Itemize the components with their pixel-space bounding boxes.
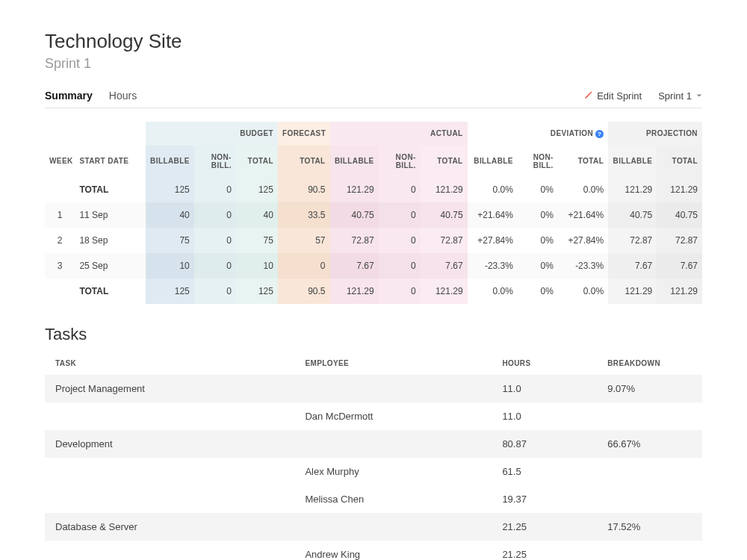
- group-forecast: FORECAST: [278, 122, 330, 146]
- cell-task: [45, 485, 294, 513]
- cell-breakdown: 17.52%: [597, 513, 702, 541]
- task-employee-row: Alex Murphy61.5: [45, 458, 702, 485]
- col-budget-total: TOTAL: [236, 146, 278, 177]
- cell-breakdown: 9.07%: [597, 375, 702, 402]
- cell-dev-billable: +21.64%: [468, 202, 518, 228]
- table-row: 325 Sep1001007.6707.67-23.3%0%-23.3%7.67…: [45, 253, 702, 279]
- cell-dev-billable: +27.84%: [468, 228, 518, 253]
- cell-dev-total: +21.64%: [558, 202, 608, 228]
- cell-dev-nonbill: 0%: [518, 228, 558, 253]
- cell-employee: [294, 513, 492, 541]
- column-header-row: WEEK START DATE BILLABLE NON-BILL. TOTAL…: [45, 146, 702, 177]
- cell-hours: 61.5: [492, 458, 597, 485]
- cell-budget-nonbill: 0: [194, 279, 236, 304]
- cell-hours: 19.37: [492, 485, 597, 513]
- task-employee-row: Dan McDermott11.0: [45, 402, 702, 430]
- cell-dev-billable: 0.0%: [468, 279, 518, 304]
- cell-task: Project Management: [45, 375, 294, 402]
- col-dev-nonbill: NON-BILL.: [518, 146, 558, 177]
- cell-start-date: TOTAL: [75, 177, 145, 202]
- cell-breakdown: 66.67%: [597, 430, 702, 458]
- cell-forecast-total: 33.5: [278, 202, 330, 228]
- col-dev-total: TOTAL: [558, 146, 608, 177]
- cell-task: Database & Server: [45, 513, 294, 541]
- tasks-header-row: TASK EMPLOYEE HOURS BREAKDOWN: [45, 352, 702, 375]
- cell-start-date: 11 Sep: [75, 202, 145, 228]
- cell-proj-total: 121.29: [657, 279, 702, 304]
- cell-employee: [294, 375, 492, 402]
- task-group-row: Project Management11.09.07%: [45, 375, 702, 402]
- cell-dev-nonbill: 0%: [518, 202, 558, 228]
- tab-hours[interactable]: Hours: [109, 90, 137, 102]
- hours-table: BUDGET FORECAST ACTUAL DEVIATION? PROJEC…: [45, 122, 702, 304]
- edit-sprint-label: Edit Sprint: [597, 90, 642, 102]
- cell-hours: 21.25: [492, 541, 597, 560]
- cell-forecast-total: 0: [278, 253, 330, 279]
- cell-breakdown: [597, 541, 702, 560]
- cell-proj-total: 7.67: [657, 253, 702, 279]
- chevron-down-icon: [696, 93, 702, 99]
- table-row: TOTAL125012590.5121.290121.290.0%0%0.0%1…: [45, 177, 702, 202]
- task-employee-row: Andrew King21.25: [45, 541, 702, 560]
- cell-budget-nonbill: 0: [194, 253, 236, 279]
- tab-summary[interactable]: Summary: [45, 90, 93, 102]
- cell-budget-total: 125: [236, 279, 278, 304]
- cell-budget-billable: 10: [146, 253, 194, 279]
- sprint-selector-label: Sprint 1: [658, 90, 692, 102]
- col-forecast-total: TOTAL: [278, 146, 330, 177]
- cell-proj-billable: 7.67: [608, 253, 657, 279]
- cell-proj-billable: 72.87: [608, 228, 657, 253]
- cell-week: [45, 279, 75, 304]
- cell-proj-billable: 121.29: [608, 279, 657, 304]
- cell-actual-nonbill: 0: [379, 279, 421, 304]
- cell-budget-billable: 125: [146, 177, 194, 202]
- cell-dev-total: -23.3%: [558, 253, 608, 279]
- cell-breakdown: [597, 402, 702, 430]
- task-employee-row: Melissa Chen19.37: [45, 485, 702, 513]
- cell-employee: Dan McDermott: [294, 402, 492, 430]
- cell-proj-billable: 40.75: [608, 202, 657, 228]
- table-row: 218 Sep750755772.87072.87+27.84%0%+27.84…: [45, 228, 702, 253]
- cell-start-date: 25 Sep: [75, 253, 145, 279]
- col-start-date: START DATE: [75, 146, 145, 177]
- page-subtitle: Sprint 1: [45, 56, 702, 72]
- cell-task: [45, 458, 294, 485]
- cell-breakdown: [597, 485, 702, 513]
- cell-hours: 11.0: [492, 402, 597, 430]
- cell-budget-nonbill: 0: [194, 177, 236, 202]
- col-actual-billable: BILLABLE: [330, 146, 379, 177]
- cell-hours: 80.87: [492, 430, 597, 458]
- cell-week: 2: [45, 228, 75, 253]
- cell-start-date: TOTAL: [75, 279, 145, 304]
- cell-week: [45, 177, 75, 202]
- cell-budget-nonbill: 0: [194, 202, 236, 228]
- cell-actual-total: 121.29: [421, 279, 468, 304]
- cell-actual-total: 7.67: [421, 253, 468, 279]
- cell-dev-billable: 0.0%: [468, 177, 518, 202]
- cell-actual-nonbill: 0: [379, 202, 421, 228]
- cell-breakdown: [597, 458, 702, 485]
- cell-hours: 11.0: [492, 375, 597, 402]
- cell-actual-billable: 121.29: [330, 279, 379, 304]
- group-header-row: BUDGET FORECAST ACTUAL DEVIATION? PROJEC…: [45, 122, 702, 146]
- table-row: TOTAL125012590.5121.290121.290.0%0%0.0%1…: [45, 279, 702, 304]
- cell-task: [45, 402, 294, 430]
- cell-budget-billable: 125: [146, 279, 194, 304]
- edit-sprint-button[interactable]: Edit Sprint: [583, 90, 642, 102]
- cell-dev-total: 0.0%: [558, 279, 608, 304]
- help-icon[interactable]: ?: [595, 130, 604, 138]
- cell-forecast-total: 90.5: [278, 279, 330, 304]
- col-hours: HOURS: [492, 352, 597, 375]
- cell-actual-total: 72.87: [421, 228, 468, 253]
- cell-budget-total: 40: [236, 202, 278, 228]
- task-group-row: Development80.8766.67%: [45, 430, 702, 458]
- col-actual-total: TOTAL: [421, 146, 468, 177]
- cell-budget-total: 75: [236, 228, 278, 253]
- col-budget-nonbill: NON-BILL.: [194, 146, 236, 177]
- cell-dev-billable: -23.3%: [468, 253, 518, 279]
- col-task: TASK: [45, 352, 294, 375]
- cell-budget-billable: 75: [146, 228, 194, 253]
- cell-employee: Andrew King: [294, 541, 492, 560]
- cell-proj-total: 121.29: [657, 177, 702, 202]
- sprint-selector[interactable]: Sprint 1: [658, 90, 702, 102]
